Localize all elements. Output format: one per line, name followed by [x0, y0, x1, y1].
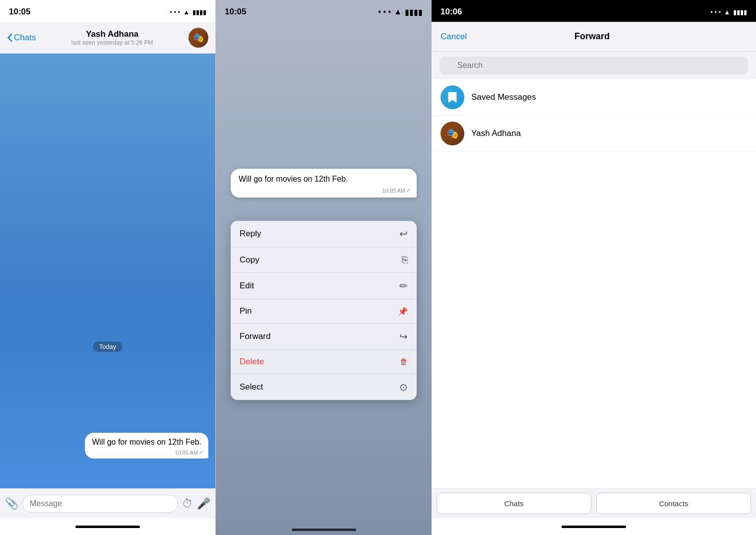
- message-preview: Will go for movies on 12th Feb. 10:05 AM…: [231, 169, 417, 198]
- message-meta: 10:05 AM ✓: [175, 449, 203, 456]
- ctx-copy-label: Copy: [240, 255, 259, 265]
- forward-tabs: Chats Contacts: [432, 488, 756, 518]
- delete-icon: 🗑: [400, 357, 408, 366]
- copy-icon: ⎘: [402, 254, 408, 266]
- user-avatar: 🎭: [441, 122, 464, 145]
- ctx-edit[interactable]: Edit ✏: [231, 273, 417, 299]
- preview-text: Will go for movies on 12th Feb.: [239, 175, 348, 183]
- message-time: 10:05 AM: [175, 450, 198, 456]
- input-bar: 📎 ⏱ 🎤: [0, 488, 215, 518]
- wifi-icon: ▲: [183, 8, 189, 16]
- status-time-context: 10:05: [225, 7, 246, 17]
- contact-status: last seen yesterday at 5:26 PM: [71, 39, 153, 46]
- home-indicator-area: [0, 518, 215, 535]
- dots-icon: • • •: [170, 8, 180, 16]
- forward-icon: ↪: [399, 331, 408, 342]
- date-separator: Today: [93, 341, 123, 352]
- status-time-chat: 10:05: [9, 7, 30, 17]
- ctx-pin-label: Pin: [240, 306, 252, 316]
- contact-name: Yash Adhana: [86, 29, 138, 39]
- ctx-pin[interactable]: Pin 📌: [231, 299, 417, 324]
- message-text: Will go for movies on 12th Feb.: [92, 438, 201, 446]
- preview-time: 10:05 AM: [382, 188, 405, 194]
- chat-panel: 10:05 • • • ▲ ▮▮▮▮ Chats Yash Adhana las…: [0, 0, 216, 535]
- home-bar-fwd: [562, 526, 626, 528]
- contact-info: Yash Adhana last seen yesterday at 5:26 …: [71, 29, 153, 46]
- home-indicator-ctx: [292, 529, 356, 531]
- attachment-icon[interactable]: 📎: [5, 497, 18, 510]
- dots-icon-ctx: • • •: [378, 7, 391, 16]
- wifi-icon-ctx: ▲: [394, 7, 402, 16]
- check-icon: ✓: [199, 449, 203, 456]
- edit-icon: ✏: [399, 280, 408, 292]
- ctx-select-label: Select: [240, 382, 263, 392]
- chat-background: Today Will go for movies on 12th Feb. 10…: [0, 54, 215, 488]
- ctx-reply[interactable]: Reply ↩: [231, 221, 417, 247]
- home-indicator: [75, 526, 140, 528]
- status-time-forward: 10:06: [441, 7, 462, 17]
- home-indicator-forward: [432, 518, 756, 535]
- status-icons-chat: • • • ▲ ▮▮▮▮: [170, 8, 206, 16]
- tab-contacts[interactable]: Contacts: [596, 493, 751, 514]
- forward-nav: Cancel Forward: [432, 22, 756, 52]
- ctx-reply-label: Reply: [240, 229, 261, 239]
- user-name: Yash Adhana: [471, 129, 521, 138]
- forward-list: Saved Messages 🎭 Yash Adhana: [432, 79, 756, 488]
- ctx-copy[interactable]: Copy ⎘: [231, 247, 417, 273]
- ctx-select[interactable]: Select ⊙: [231, 374, 417, 400]
- status-icons-forward: • • • ▲ ▮▮▮▮: [710, 8, 747, 16]
- mic-icon[interactable]: 🎤: [197, 497, 210, 510]
- status-icons-context: • • • ▲ ▮▮▮▮: [378, 7, 423, 17]
- back-button[interactable]: Chats: [7, 33, 36, 43]
- preview-meta: 10:05 AM ✓: [382, 187, 411, 194]
- status-bar-context: 10:05 • • • ▲ ▮▮▮▮: [216, 0, 432, 22]
- reply-icon: ↩: [399, 228, 408, 240]
- forward-title: Forward: [574, 31, 610, 42]
- status-bar-forward: 10:06 • • • ▲ ▮▮▮▮: [432, 0, 756, 22]
- wifi-icon-fwd: ▲: [724, 8, 730, 16]
- list-item-saved[interactable]: Saved Messages: [432, 79, 756, 116]
- avatar-image: 🎭: [189, 28, 208, 48]
- tab-chats-label: Chats: [504, 499, 523, 508]
- timer-icon[interactable]: ⏱: [182, 497, 193, 510]
- ctx-delete[interactable]: Delete 🗑: [231, 350, 417, 374]
- contact-avatar[interactable]: 🎭: [189, 28, 208, 48]
- status-bar-chat: 10:05 • • • ▲ ▮▮▮▮: [0, 0, 215, 22]
- dots-icon-fwd: • • •: [710, 8, 721, 16]
- tab-contacts-label: Contacts: [659, 499, 688, 508]
- saved-messages-name: Saved Messages: [471, 92, 536, 102]
- saved-messages-avatar: [441, 85, 464, 109]
- forward-panel: 10:06 • • • ▲ ▮▮▮▮ Cancel Forward 🔍 Save…: [432, 0, 756, 535]
- message-bubble[interactable]: Will go for movies on 12th Feb. 10:05 AM…: [85, 433, 208, 459]
- back-label: Chats: [14, 33, 36, 43]
- battery-icon: ▮▮▮▮: [192, 8, 206, 16]
- pin-icon: 📌: [398, 307, 408, 316]
- cancel-button[interactable]: Cancel: [441, 32, 467, 42]
- search-bar: 🔍: [432, 52, 756, 79]
- nav-bar-chat: Chats Yash Adhana last seen yesterday at…: [0, 22, 215, 54]
- battery-icon-ctx: ▮▮▮▮: [405, 7, 423, 17]
- ctx-forward-label: Forward: [240, 332, 270, 341]
- search-input[interactable]: [440, 57, 748, 74]
- ctx-forward[interactable]: Forward ↪: [231, 324, 417, 350]
- battery-icon-fwd: ▮▮▮▮: [733, 8, 747, 16]
- message-input[interactable]: [22, 495, 178, 513]
- ctx-edit-label: Edit: [240, 281, 254, 291]
- check-icon-preview: ✓: [406, 187, 411, 194]
- context-menu: Reply ↩ Copy ⎘ Edit ✏ Pin 📌 Forward ↪ De…: [231, 221, 417, 400]
- select-icon: ⊙: [399, 381, 408, 393]
- context-menu-panel: 10:05 • • • ▲ ▮▮▮▮ Will go for movies on…: [216, 0, 432, 535]
- tab-chats[interactable]: Chats: [437, 493, 591, 514]
- ctx-delete-label: Delete: [240, 357, 264, 367]
- list-item-user[interactable]: 🎭 Yash Adhana: [432, 116, 756, 152]
- search-wrap: 🔍: [440, 57, 748, 74]
